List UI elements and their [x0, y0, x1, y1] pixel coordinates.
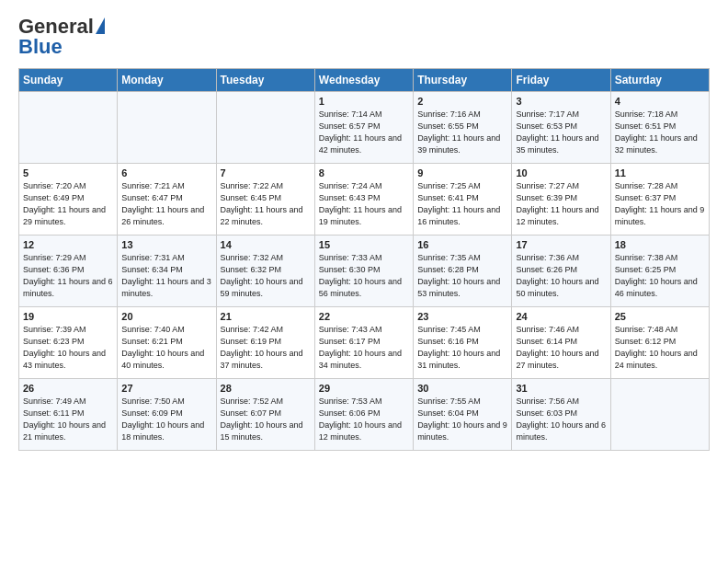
- day-info: Sunrise: 7:49 AM Sunset: 6:11 PM Dayligh…: [23, 396, 113, 443]
- header-cell-friday: Friday: [512, 69, 610, 92]
- day-number: 16: [417, 239, 507, 250]
- day-number: 23: [417, 311, 507, 322]
- day-info: Sunrise: 7:43 AM Sunset: 6:17 PM Dayligh…: [319, 324, 409, 372]
- header: General Blue: [18, 15, 710, 59]
- day-number: 14: [221, 239, 311, 250]
- day-cell: 25Sunrise: 7:48 AM Sunset: 6:12 PM Dayli…: [610, 307, 709, 379]
- day-info: Sunrise: 7:24 AM Sunset: 6:43 PM Dayligh…: [319, 180, 409, 228]
- day-cell: 2Sunrise: 7:16 AM Sunset: 6:55 PM Daylig…: [414, 92, 512, 164]
- header-cell-thursday: Thursday: [414, 69, 512, 92]
- day-number: 8: [319, 167, 409, 178]
- day-cell: 18Sunrise: 7:38 AM Sunset: 6:25 PM Dayli…: [610, 236, 709, 307]
- day-number: 22: [319, 311, 409, 322]
- day-info: Sunrise: 7:21 AM Sunset: 6:47 PM Dayligh…: [121, 180, 211, 228]
- day-cell: 16Sunrise: 7:35 AM Sunset: 6:28 PM Dayli…: [414, 236, 512, 307]
- logo-line2: Blue: [18, 35, 63, 59]
- day-cell: 28Sunrise: 7:52 AM Sunset: 6:07 PM Dayli…: [216, 379, 314, 451]
- day-info: Sunrise: 7:55 AM Sunset: 6:04 PM Dayligh…: [417, 396, 507, 443]
- day-number: 28: [221, 383, 311, 394]
- day-info: Sunrise: 7:35 AM Sunset: 6:28 PM Dayligh…: [417, 252, 507, 300]
- day-number: 31: [516, 383, 606, 394]
- day-info: Sunrise: 7:52 AM Sunset: 6:07 PM Dayligh…: [221, 396, 311, 443]
- day-info: Sunrise: 7:50 AM Sunset: 6:09 PM Dayligh…: [121, 396, 211, 443]
- week-row-4: 26Sunrise: 7:49 AM Sunset: 6:11 PM Dayli…: [19, 379, 710, 451]
- day-cell: 3Sunrise: 7:17 AM Sunset: 6:53 PM Daylig…: [512, 92, 610, 164]
- day-info: Sunrise: 7:46 AM Sunset: 6:14 PM Dayligh…: [516, 324, 606, 372]
- day-cell: 9Sunrise: 7:25 AM Sunset: 6:41 PM Daylig…: [414, 164, 512, 236]
- day-info: Sunrise: 7:16 AM Sunset: 6:55 PM Dayligh…: [417, 109, 507, 156]
- day-cell: 20Sunrise: 7:40 AM Sunset: 6:21 PM Dayli…: [118, 307, 216, 379]
- day-info: Sunrise: 7:38 AM Sunset: 6:25 PM Dayligh…: [615, 252, 705, 300]
- logo: General Blue: [18, 15, 105, 59]
- week-row-3: 19Sunrise: 7:39 AM Sunset: 6:23 PM Dayli…: [19, 307, 710, 379]
- day-cell: 14Sunrise: 7:32 AM Sunset: 6:32 PM Dayli…: [216, 236, 314, 307]
- week-row-0: 1Sunrise: 7:14 AM Sunset: 6:57 PM Daylig…: [19, 92, 710, 164]
- day-number: 12: [23, 239, 113, 250]
- day-number: 27: [121, 383, 211, 394]
- day-info: Sunrise: 7:33 AM Sunset: 6:30 PM Dayligh…: [319, 252, 409, 300]
- day-info: Sunrise: 7:56 AM Sunset: 6:03 PM Dayligh…: [516, 396, 606, 443]
- day-number: 3: [516, 96, 606, 107]
- page: General Blue SundayMondayTuesdayWednesda…: [0, 0, 728, 563]
- day-number: 30: [417, 383, 507, 394]
- day-cell: 30Sunrise: 7:55 AM Sunset: 6:04 PM Dayli…: [414, 379, 512, 451]
- day-info: Sunrise: 7:17 AM Sunset: 6:53 PM Dayligh…: [516, 109, 606, 156]
- day-cell: [118, 92, 216, 164]
- header-cell-monday: Monday: [118, 69, 216, 92]
- day-cell: 1Sunrise: 7:14 AM Sunset: 6:57 PM Daylig…: [314, 92, 413, 164]
- day-cell: 31Sunrise: 7:56 AM Sunset: 6:03 PM Dayli…: [512, 379, 610, 451]
- day-number: 10: [516, 167, 606, 178]
- day-info: Sunrise: 7:25 AM Sunset: 6:41 PM Dayligh…: [417, 180, 507, 228]
- day-info: Sunrise: 7:42 AM Sunset: 6:19 PM Dayligh…: [221, 324, 311, 372]
- day-info: Sunrise: 7:40 AM Sunset: 6:21 PM Dayligh…: [121, 324, 211, 372]
- day-cell: 17Sunrise: 7:36 AM Sunset: 6:26 PM Dayli…: [512, 236, 610, 307]
- day-info: Sunrise: 7:18 AM Sunset: 6:51 PM Dayligh…: [615, 109, 705, 156]
- day-cell: 5Sunrise: 7:20 AM Sunset: 6:49 PM Daylig…: [19, 164, 118, 236]
- day-number: 21: [221, 311, 311, 322]
- day-cell: 4Sunrise: 7:18 AM Sunset: 6:51 PM Daylig…: [610, 92, 709, 164]
- day-cell: 27Sunrise: 7:50 AM Sunset: 6:09 PM Dayli…: [118, 379, 216, 451]
- day-number: 15: [319, 239, 409, 250]
- day-number: 4: [615, 96, 705, 107]
- day-number: 25: [615, 311, 705, 322]
- header-cell-sunday: Sunday: [19, 69, 118, 92]
- day-info: Sunrise: 7:14 AM Sunset: 6:57 PM Dayligh…: [319, 109, 409, 156]
- week-row-1: 5Sunrise: 7:20 AM Sunset: 6:49 PM Daylig…: [19, 164, 710, 236]
- day-number: 1: [319, 96, 409, 107]
- day-cell: [610, 379, 709, 451]
- day-cell: 12Sunrise: 7:29 AM Sunset: 6:36 PM Dayli…: [19, 236, 118, 307]
- day-cell: 29Sunrise: 7:53 AM Sunset: 6:06 PM Dayli…: [314, 379, 413, 451]
- header-row: SundayMondayTuesdayWednesdayThursdayFrid…: [19, 69, 710, 92]
- day-cell: 8Sunrise: 7:24 AM Sunset: 6:43 PM Daylig…: [314, 164, 413, 236]
- day-info: Sunrise: 7:45 AM Sunset: 6:16 PM Dayligh…: [417, 324, 507, 372]
- day-cell: 22Sunrise: 7:43 AM Sunset: 6:17 PM Dayli…: [314, 307, 413, 379]
- day-number: 20: [121, 311, 211, 322]
- day-info: Sunrise: 7:31 AM Sunset: 6:34 PM Dayligh…: [121, 252, 211, 300]
- logo-triangle-icon: [96, 17, 105, 34]
- day-cell: 23Sunrise: 7:45 AM Sunset: 6:16 PM Dayli…: [414, 307, 512, 379]
- day-info: Sunrise: 7:29 AM Sunset: 6:36 PM Dayligh…: [23, 252, 113, 300]
- day-number: 18: [615, 239, 705, 250]
- day-cell: [19, 92, 118, 164]
- day-info: Sunrise: 7:22 AM Sunset: 6:45 PM Dayligh…: [221, 180, 311, 228]
- day-number: 5: [23, 167, 113, 178]
- day-cell: 7Sunrise: 7:22 AM Sunset: 6:45 PM Daylig…: [216, 164, 314, 236]
- day-cell: 13Sunrise: 7:31 AM Sunset: 6:34 PM Dayli…: [118, 236, 216, 307]
- day-cell: 19Sunrise: 7:39 AM Sunset: 6:23 PM Dayli…: [19, 307, 118, 379]
- week-row-2: 12Sunrise: 7:29 AM Sunset: 6:36 PM Dayli…: [19, 236, 710, 307]
- day-number: 26: [23, 383, 113, 394]
- day-info: Sunrise: 7:39 AM Sunset: 6:23 PM Dayligh…: [23, 324, 113, 372]
- day-cell: 21Sunrise: 7:42 AM Sunset: 6:19 PM Dayli…: [216, 307, 314, 379]
- day-number: 17: [516, 239, 606, 250]
- header-cell-tuesday: Tuesday: [216, 69, 314, 92]
- day-info: Sunrise: 7:53 AM Sunset: 6:06 PM Dayligh…: [319, 396, 409, 443]
- day-cell: 26Sunrise: 7:49 AM Sunset: 6:11 PM Dayli…: [19, 379, 118, 451]
- header-cell-wednesday: Wednesday: [314, 69, 413, 92]
- day-number: 11: [615, 167, 705, 178]
- day-cell: [216, 92, 314, 164]
- day-number: 9: [417, 167, 507, 178]
- header-cell-saturday: Saturday: [610, 69, 709, 92]
- day-number: 7: [221, 167, 311, 178]
- day-info: Sunrise: 7:36 AM Sunset: 6:26 PM Dayligh…: [516, 252, 606, 300]
- day-number: 19: [23, 311, 113, 322]
